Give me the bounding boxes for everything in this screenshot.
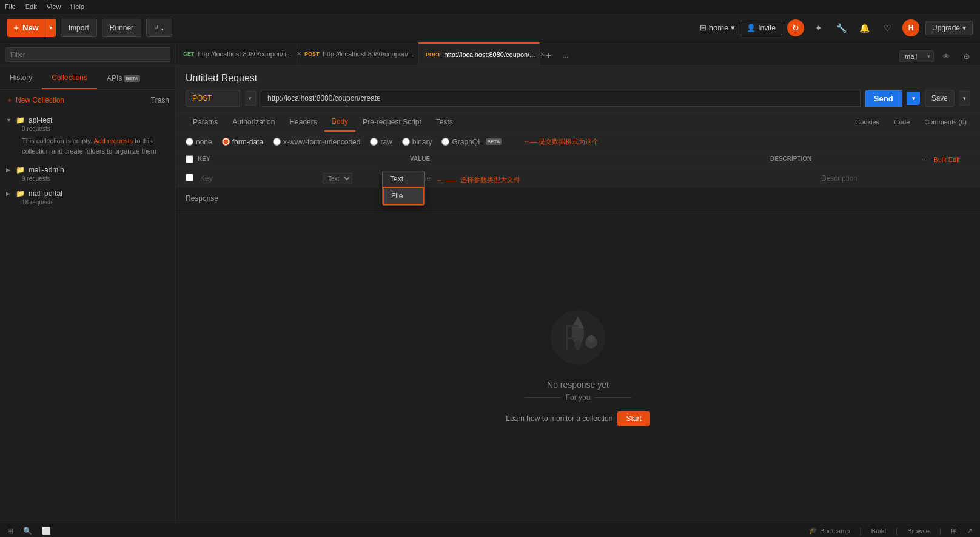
collection-request-count: 9 requests	[22, 175, 169, 182]
body-options-bar: none form-data x-www-form-urlencoded raw…	[176, 132, 980, 152]
form-row-1: Text File Text File ←—— 选择参数类型为文件	[176, 169, 980, 188]
body-radio-raw[interactable]: raw	[370, 138, 392, 146]
send-dropdown-button[interactable]: ▾	[907, 92, 920, 105]
sub-tab-tests[interactable]: Tests	[429, 113, 460, 131]
invite-button[interactable]: 👤 Invite	[740, 21, 782, 35]
tab-post-coupon-2[interactable]: POST http://localhost:8080/coupon/... ✕	[418, 42, 540, 65]
method-arrow-icon[interactable]: ▾	[245, 91, 256, 106]
home-button[interactable]: ⊞ home ▾	[700, 23, 736, 32]
tab-get-coupon[interactable]: GET http://localhost:8080/coupon/li... ✕	[176, 42, 297, 65]
beta-badge: BETA	[124, 75, 139, 82]
toolbar: ＋ New ▾ Import Runner ⑂ ▾ ⊞ home ▾ 👤 Inv…	[0, 13, 980, 42]
row-checkbox[interactable]	[186, 174, 193, 181]
tab-method-label: POST	[304, 51, 320, 57]
select-all-checkbox[interactable]	[186, 155, 193, 163]
new-arrow-icon[interactable]: ▾	[45, 19, 56, 37]
code-link[interactable]: Code	[890, 113, 913, 130]
response-area: Response No res	[176, 188, 980, 524]
collection-mall-portal[interactable]: ▶ 📁 mall-portal 18 requests	[0, 186, 175, 209]
tabs-bar: GET http://localhost:8080/coupon/li... ✕…	[176, 42, 980, 66]
description-input[interactable]	[819, 172, 970, 185]
type-option-file[interactable]: File	[383, 187, 424, 205]
expand-icon[interactable]: ↗	[967, 527, 973, 535]
row-more-icon[interactable]: ···	[922, 155, 928, 164]
menu-help[interactable]: Help	[70, 3, 84, 10]
no-response-text: No response yet	[547, 380, 609, 390]
body-radio-binary[interactable]: binary	[402, 138, 432, 146]
body-radio-form-data[interactable]: form-data	[222, 138, 263, 146]
sync-icon-button[interactable]: ↻	[787, 19, 804, 36]
save-dropdown-button[interactable]: ▾	[959, 91, 970, 106]
search-bottom-icon[interactable]: 🔍	[23, 527, 32, 535]
new-collection-button[interactable]: ＋ New Collection	[6, 95, 64, 105]
console-icon[interactable]: ⬜	[42, 527, 51, 535]
type-option-text[interactable]: Text	[383, 171, 424, 187]
sub-tab-pre-request[interactable]: Pre-request Script	[355, 113, 429, 131]
save-button[interactable]: Save	[925, 90, 955, 107]
body-radio-graphql[interactable]: GraphQL BETA	[441, 138, 502, 146]
user-avatar[interactable]: H	[902, 19, 919, 36]
tab-url-label: http://localhost:8080/coupon/...	[445, 51, 535, 58]
home-arrow-icon: ▾	[731, 23, 735, 32]
eye-icon-button[interactable]: 👁	[938, 48, 955, 65]
add-requests-link[interactable]: Add requests	[93, 137, 133, 144]
value-column-header: VALUE	[410, 155, 770, 165]
content-area: GET http://localhost:8080/coupon/li... ✕…	[176, 42, 980, 524]
import-button[interactable]: Import	[61, 19, 97, 37]
comments-link[interactable]: Comments (0)	[921, 113, 970, 130]
sidebar-tab-apis[interactable]: APIs BETA	[97, 67, 150, 89]
type-dropdown[interactable]: Text File	[323, 173, 352, 184]
sidebar-tab-collections[interactable]: Collections	[42, 67, 97, 89]
environment-select[interactable]: mall dev prod	[899, 50, 934, 62]
sub-tab-authorization[interactable]: Authorization	[225, 113, 282, 131]
build-link[interactable]: Build	[871, 527, 886, 535]
sidebar: History Collections APIs BETA ＋ New Coll…	[0, 42, 176, 524]
body-radio-urlencoded[interactable]: x-www-form-urlencoded	[273, 138, 360, 146]
method-select[interactable]: POST GET PUT DELETE	[186, 90, 240, 107]
tab-close-icon[interactable]: ✕	[540, 51, 545, 58]
bootcamp-icon: 🎓	[809, 527, 817, 535]
more-tabs-button[interactable]: ···	[557, 49, 573, 65]
bell-icon-button[interactable]: 🔔	[856, 19, 873, 36]
url-input[interactable]	[261, 90, 861, 107]
browse-link[interactable]: Browse	[907, 527, 930, 535]
wrench-icon-button[interactable]: 🔧	[833, 19, 850, 36]
collection-api-test[interactable]: ▼ 📁 api-test 0 requests This collection …	[0, 112, 175, 162]
filter-input[interactable]	[5, 47, 170, 62]
menu-view[interactable]: View	[47, 3, 61, 10]
sidebar-toggle-icon[interactable]: ⊞	[7, 527, 13, 535]
settings-icon-button[interactable]: ⚙	[958, 48, 975, 65]
cookies-link[interactable]: Cookies	[851, 113, 883, 130]
fork-button[interactable]: ⑂ ▾	[146, 19, 172, 37]
tab-post-coupon-1[interactable]: POST http://localhost:8080/coupon/... ✕	[297, 42, 418, 65]
menu-edit[interactable]: Edit	[25, 3, 37, 10]
annotation-submit-format: ←— 提交数据格式为这个	[523, 137, 599, 146]
key-input[interactable]	[198, 172, 319, 185]
bulk-edit-button[interactable]: Bulk Edit	[933, 156, 959, 163]
collection-mall-admin[interactable]: ▶ 📁 mall-admin 9 requests	[0, 162, 175, 186]
sidebar-tab-history[interactable]: History	[0, 67, 42, 89]
send-button[interactable]: Send	[865, 90, 902, 107]
for-you-line-left	[525, 397, 561, 398]
wand-icon-button[interactable]: ✦	[810, 19, 827, 36]
new-button[interactable]: ＋ New ▾	[7, 19, 56, 37]
runner-button[interactable]: Runner	[102, 19, 141, 37]
start-button[interactable]: Start	[617, 411, 649, 426]
tab-method-label: POST	[426, 52, 441, 58]
tab-method-label: GET	[183, 51, 195, 57]
menu-file[interactable]: File	[5, 3, 16, 10]
collection-request-count: 0 requests	[22, 126, 169, 132]
type-dropdown-popup: Text File	[382, 171, 425, 206]
sub-tab-body[interactable]: Body	[324, 112, 355, 132]
bottom-bar: ⊞ 🔍 ⬜ 🎓 Bootcamp | Build | Browse | ⊞ ↗	[0, 524, 980, 537]
sub-tab-headers[interactable]: Headers	[282, 113, 324, 131]
bootcamp-link[interactable]: 🎓 Bootcamp	[809, 527, 850, 535]
sub-tab-params[interactable]: Params	[186, 113, 225, 131]
expand-arrow-icon: ▶	[6, 191, 12, 197]
learn-link[interactable]: Learn how to monitor a collection	[506, 414, 612, 423]
upgrade-button[interactable]: Upgrade ▾	[925, 21, 973, 35]
trash-button[interactable]: Trash	[151, 96, 169, 104]
layout-icon[interactable]: ⊞	[951, 527, 957, 535]
heart-icon-button[interactable]: ♡	[879, 19, 896, 36]
body-radio-none[interactable]: none	[186, 138, 212, 146]
